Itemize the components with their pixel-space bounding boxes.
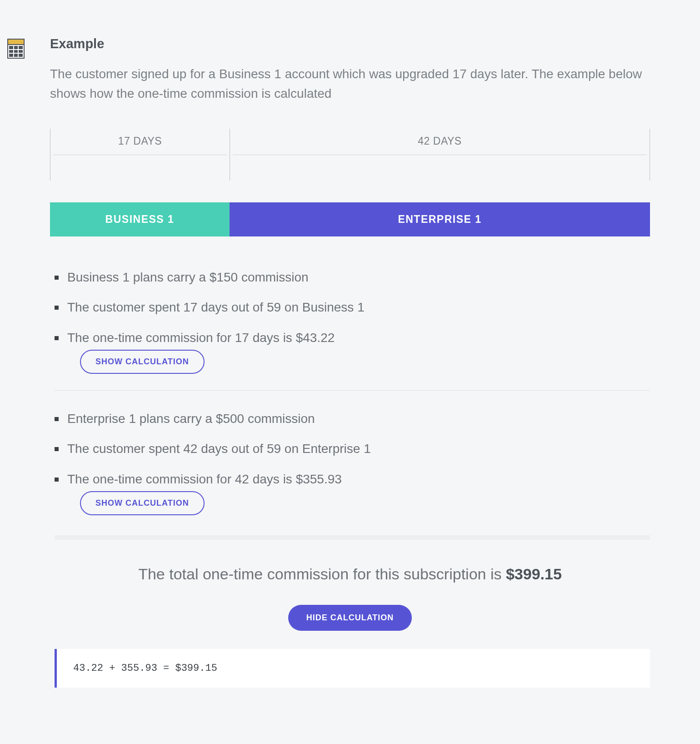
thick-divider — [55, 535, 650, 540]
example-title: Example — [50, 36, 650, 51]
example-intro: The customer signed up for a Business 1 … — [50, 64, 650, 104]
timeline-seg-enterprise: 42 DAYS — [230, 129, 650, 181]
calculation-box: 43.22 + 355.93 = $399.15 — [55, 649, 650, 688]
plan-bar-business: BUSINESS 1 — [50, 202, 230, 236]
plan-bar: BUSINESS 1 ENTERPRISE 1 — [50, 202, 650, 236]
biz-fact-2: The customer spent 17 days out of 59 on … — [55, 299, 650, 316]
total-amount: $399.15 — [506, 565, 562, 583]
timeline: 17 DAYS 42 DAYS — [50, 129, 650, 181]
biz-fact-3-text: The one-time commission for 17 days is $… — [67, 331, 335, 345]
calculator-icon — [7, 39, 25, 59]
timeline-label-a: 17 DAYS — [53, 129, 227, 155]
biz-fact-1: Business 1 plans carry a $150 commission — [55, 269, 650, 286]
show-calculation-business-button[interactable]: SHOW CALCULATION — [80, 350, 205, 374]
total-line: The total one-time commission for this s… — [50, 565, 650, 583]
business-facts: Business 1 plans carry a $150 commission… — [55, 269, 650, 374]
biz-fact-3: The one-time commission for 17 days is $… — [55, 330, 650, 374]
timeline-label-b: 42 DAYS — [233, 129, 647, 155]
enterprise-facts: Enterprise 1 plans carry a $500 commissi… — [55, 411, 650, 515]
total-prefix: The total one-time commission for this s… — [138, 565, 506, 583]
ent-fact-1: Enterprise 1 plans carry a $500 commissi… — [55, 411, 650, 427]
divider — [55, 390, 650, 391]
timeline-seg-business: 17 DAYS — [50, 129, 230, 181]
hide-calculation-button[interactable]: HIDE CALCULATION — [288, 605, 412, 631]
plan-bar-enterprise: ENTERPRISE 1 — [230, 202, 650, 236]
ent-fact-3: The one-time commission for 42 days is $… — [55, 471, 650, 515]
ent-fact-3-text: The one-time commission for 42 days is $… — [67, 472, 342, 486]
show-calculation-enterprise-button[interactable]: SHOW CALCULATION — [80, 491, 205, 515]
example-container: Example The customer signed up for a Bus… — [0, 0, 700, 742]
ent-fact-2: The customer spent 42 days out of 59 on … — [55, 441, 650, 457]
